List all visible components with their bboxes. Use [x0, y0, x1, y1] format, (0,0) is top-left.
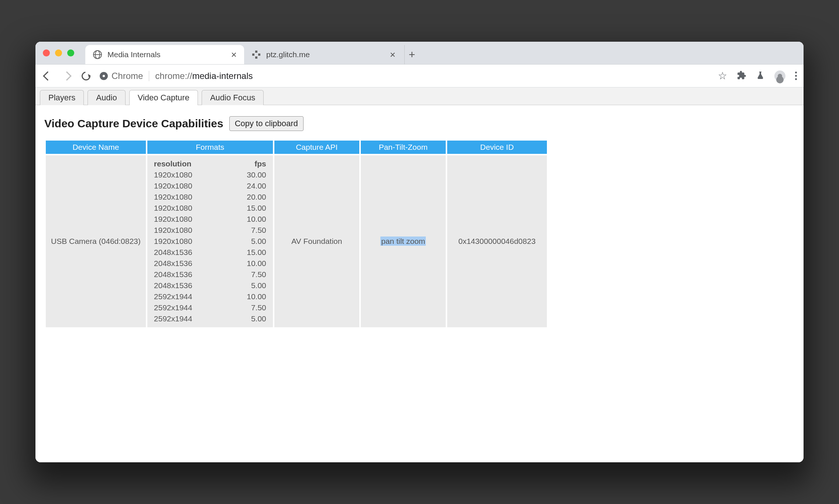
tab-players[interactable]: Players [40, 90, 84, 105]
browser-window: Media Internals × ptz.glitch.me × + Chro… [35, 42, 804, 462]
table-row: USB Camera (046d:0823) resolution fps 19… [46, 155, 547, 327]
format-fps: 7.50 [224, 302, 273, 313]
forward-button[interactable] [61, 70, 72, 82]
device-id-cell: 0x14300000046d0823 [447, 155, 547, 327]
format-resolution: 2048x1536 [147, 258, 224, 269]
tab-title: Media Internals [107, 50, 161, 59]
formats-table: resolution fps 1920x108030.001920x108024… [147, 158, 273, 324]
format-fps: 15.00 [224, 203, 273, 214]
format-fps: 10.00 [224, 214, 273, 225]
format-fps: 30.00 [224, 169, 273, 180]
format-fps: 5.00 [224, 280, 273, 291]
toolbar: Chrome chrome://media-internals ☆ [35, 65, 804, 87]
format-fps: 5.00 [224, 236, 273, 247]
window-controls [43, 42, 85, 64]
format-resolution: 1920x1080 [147, 169, 224, 180]
globe-icon [93, 50, 102, 59]
zoom-window-button[interactable] [67, 49, 74, 56]
back-button[interactable] [42, 70, 53, 82]
col-device-name[interactable]: Device Name [46, 141, 146, 154]
url-text: chrome://media-internals [155, 71, 253, 81]
format-row: 2048x153615.00 [147, 247, 273, 258]
tab-ptz-glitch[interactable]: ptz.glitch.me × [244, 45, 403, 64]
chrome-icon [100, 72, 108, 80]
tab-audio-focus[interactable]: Audio Focus [202, 90, 264, 105]
tab-title: ptz.glitch.me [266, 50, 310, 59]
col-capture-api[interactable]: Capture API [274, 141, 359, 154]
formats-cell: resolution fps 1920x108030.001920x108024… [147, 155, 273, 327]
format-fps: 10.00 [224, 258, 273, 269]
format-resolution: 1920x1080 [147, 225, 224, 236]
format-fps: 15.00 [224, 247, 273, 258]
format-row: 2592x19445.00 [147, 313, 273, 324]
format-row: 2048x15365.00 [147, 280, 273, 291]
col-device-id[interactable]: Device ID [447, 141, 547, 154]
separator [149, 71, 149, 81]
formats-header-fps: fps [224, 158, 273, 169]
format-resolution: 2048x1536 [147, 269, 224, 280]
page-tabs: Players Audio Video Capture Audio Focus [35, 87, 804, 105]
new-tab-button[interactable]: + [404, 45, 419, 64]
col-pan-tilt-zoom[interactable]: Pan-Tilt-Zoom [361, 141, 446, 154]
format-row: 2592x19447.50 [147, 302, 273, 313]
format-resolution: 2592x1944 [147, 313, 224, 324]
format-row: 2592x194410.00 [147, 291, 273, 302]
origin-label: Chrome [112, 71, 143, 81]
minimize-window-button[interactable] [55, 49, 62, 56]
ptz-cell: pan tilt zoom [361, 155, 446, 327]
tab-video-capture[interactable]: Video Capture [129, 90, 198, 105]
menu-icon[interactable] [795, 72, 797, 80]
page-title: Video Capture Device Capabilities [44, 117, 223, 130]
origin-chip: Chrome [100, 71, 143, 81]
tab-strip: Media Internals × ptz.glitch.me × + [35, 42, 804, 65]
format-resolution: 1920x1080 [147, 191, 224, 203]
capture-api-cell: AV Foundation [274, 155, 359, 327]
format-fps: 10.00 [224, 291, 273, 302]
format-resolution: 1920x1080 [147, 180, 224, 191]
format-row: 1920x108015.00 [147, 203, 273, 214]
format-resolution: 2048x1536 [147, 247, 224, 258]
formats-header-resolution: resolution [147, 158, 224, 169]
reload-button[interactable] [81, 70, 92, 82]
format-resolution: 1920x1080 [147, 203, 224, 214]
format-row: 2048x15367.50 [147, 269, 273, 280]
page-content: Video Capture Device Capabilities Copy t… [35, 105, 804, 462]
format-fps: 24.00 [224, 180, 273, 191]
copy-to-clipboard-button[interactable]: Copy to clipboard [229, 116, 304, 131]
device-name-cell: USB Camera (046d:0823) [46, 155, 146, 327]
omnibox[interactable]: Chrome chrome://media-internals [100, 71, 710, 81]
format-row: 1920x108030.00 [147, 169, 273, 180]
close-tab-icon[interactable]: × [231, 50, 237, 59]
close-tab-icon[interactable]: × [390, 50, 395, 59]
format-fps: 20.00 [224, 191, 273, 203]
labs-icon[interactable] [756, 70, 765, 82]
extensions-icon[interactable] [737, 70, 746, 82]
format-resolution: 2048x1536 [147, 280, 224, 291]
col-formats[interactable]: Formats [147, 141, 273, 154]
format-fps: 7.50 [224, 225, 273, 236]
ptz-value: pan tilt zoom [380, 237, 426, 246]
bookmark-icon[interactable]: ☆ [718, 70, 727, 82]
format-resolution: 2592x1944 [147, 302, 224, 313]
format-resolution: 2592x1944 [147, 291, 224, 302]
format-resolution: 1920x1080 [147, 214, 224, 225]
tab-audio[interactable]: Audio [88, 90, 125, 105]
format-resolution: 1920x1080 [147, 236, 224, 247]
format-row: 1920x108010.00 [147, 214, 273, 225]
ptz-icon [251, 50, 261, 59]
format-fps: 5.00 [224, 313, 273, 324]
format-row: 1920x10807.50 [147, 225, 273, 236]
toolbar-actions: ☆ [718, 70, 797, 82]
format-row: 1920x10805.00 [147, 236, 273, 247]
close-window-button[interactable] [43, 49, 50, 56]
format-fps: 7.50 [224, 269, 273, 280]
format-row: 2048x153610.00 [147, 258, 273, 269]
device-capabilities-table: Device Name Formats Capture API Pan-Tilt… [44, 139, 548, 329]
profile-avatar[interactable] [774, 70, 785, 82]
format-row: 1920x108020.00 [147, 191, 273, 203]
tab-media-internals[interactable]: Media Internals × [85, 45, 244, 64]
format-row: 1920x108024.00 [147, 180, 273, 191]
